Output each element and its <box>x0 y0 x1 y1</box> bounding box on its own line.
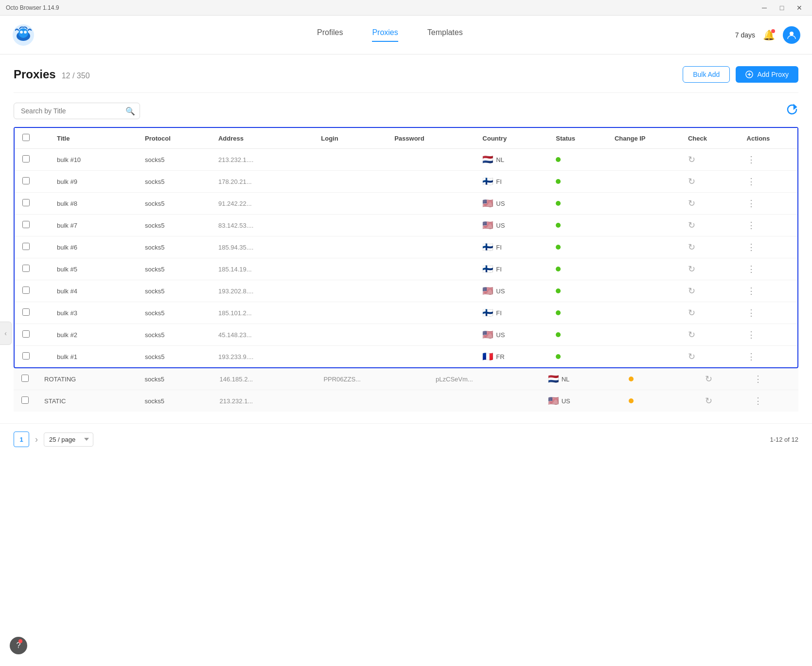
row-actions[interactable]: ⋮ <box>739 149 797 171</box>
more-icon[interactable]: ⋮ <box>747 155 756 164</box>
check-icon[interactable]: ↻ <box>688 330 695 340</box>
row-actions[interactable]: ⋮ <box>739 346 797 368</box>
row-check[interactable]: ↻ <box>680 149 739 171</box>
more-icon[interactable]: ⋮ <box>747 198 756 208</box>
row-check[interactable]: ↻ <box>680 258 739 280</box>
row-checkbox-cell <box>15 193 49 215</box>
check-icon[interactable]: ↻ <box>688 352 695 361</box>
row-country: 🇳🇱 NL <box>540 368 621 390</box>
row-checkbox[interactable] <box>22 221 30 228</box>
table-row: bulk #3 socks5 185.101.2... 🇫🇮 FI ↻ ⋮ <box>15 302 797 324</box>
search-row: 🔍 <box>14 103 798 119</box>
check-icon[interactable]: ↻ <box>688 155 695 164</box>
row-actions[interactable]: ⋮ <box>739 171 797 193</box>
row-checkbox[interactable] <box>22 155 30 162</box>
row-checkbox[interactable] <box>22 308 30 316</box>
check-icon[interactable]: ↻ <box>705 374 712 384</box>
page-next-button[interactable]: › <box>33 432 40 447</box>
check-icon[interactable]: ↻ <box>688 198 695 208</box>
row-checkbox[interactable] <box>22 177 30 184</box>
row-check[interactable]: ↻ <box>680 193 739 215</box>
row-status <box>621 368 664 390</box>
row-address: 213.232.1... <box>212 390 316 412</box>
more-icon[interactable]: ⋮ <box>754 396 763 406</box>
check-icon[interactable]: ↻ <box>688 308 695 318</box>
check-icon[interactable]: ↻ <box>688 220 695 230</box>
more-icon[interactable]: ⋮ <box>747 177 756 186</box>
status-dot <box>556 310 561 315</box>
row-checkbox[interactable] <box>22 265 30 272</box>
sidebar-toggle[interactable]: ‹ <box>0 322 12 345</box>
row-checkbox[interactable] <box>22 243 30 250</box>
row-actions[interactable]: ⋮ <box>739 324 797 346</box>
close-button[interactable]: ✕ <box>793 3 806 13</box>
col-header-actions: Actions <box>739 128 797 149</box>
more-icon[interactable]: ⋮ <box>747 220 756 230</box>
row-actions[interactable]: ⋮ <box>746 368 798 390</box>
check-icon[interactable]: ↻ <box>688 286 695 296</box>
notification-button[interactable]: 🔔 <box>763 29 775 41</box>
avatar[interactable] <box>783 26 800 44</box>
row-checkbox[interactable] <box>22 199 30 206</box>
maximize-button[interactable]: □ <box>775 3 789 13</box>
more-icon[interactable]: ⋮ <box>747 264 756 274</box>
per-page-select[interactable]: 25 / page 50 / page 100 / page <box>44 432 93 447</box>
country-flag: 🇫🇮 <box>482 176 493 187</box>
check-icon[interactable]: ↻ <box>688 177 695 186</box>
nav-templates[interactable]: Templates <box>427 28 463 42</box>
row-check[interactable]: ↻ <box>680 302 739 324</box>
row-check[interactable]: ↻ <box>680 171 739 193</box>
row-status <box>548 215 607 236</box>
row-check[interactable]: ↻ <box>697 390 746 412</box>
bulk-add-button[interactable]: Bulk Add <box>683 66 730 83</box>
row-address: 193.202.8.... <box>211 280 313 302</box>
check-icon[interactable]: ↻ <box>705 396 712 406</box>
row-check[interactable]: ↻ <box>680 236 739 258</box>
row-actions[interactable]: ⋮ <box>746 390 798 412</box>
page-1-button[interactable]: 1 <box>14 432 29 447</box>
status-dot <box>556 354 561 359</box>
row-check[interactable]: ↻ <box>680 215 739 236</box>
more-icon[interactable]: ⋮ <box>754 374 763 384</box>
row-checkbox[interactable] <box>21 375 29 382</box>
row-title: bulk #4 <box>49 280 137 302</box>
country-flag: 🇳🇱 <box>482 154 493 165</box>
check-icon[interactable]: ↻ <box>688 242 695 252</box>
row-login <box>313 215 387 236</box>
row-actions[interactable]: ⋮ <box>739 302 797 324</box>
table-row: bulk #4 socks5 193.202.8.... 🇺🇸 US ↻ ⋮ <box>15 280 797 302</box>
row-check[interactable]: ↻ <box>680 280 739 302</box>
logo[interactable] <box>12 23 35 47</box>
row-protocol: socks5 <box>137 258 211 280</box>
search-input[interactable] <box>14 103 140 119</box>
header-actions: Bulk Add Add Proxy <box>683 66 798 83</box>
more-icon[interactable]: ⋮ <box>747 308 756 318</box>
refresh-button[interactable] <box>786 103 798 119</box>
row-checkbox[interactable] <box>22 352 30 360</box>
more-icon[interactable]: ⋮ <box>747 242 756 252</box>
row-check[interactable]: ↻ <box>697 368 746 390</box>
row-checkbox[interactable] <box>21 396 29 404</box>
more-icon[interactable]: ⋮ <box>747 330 756 340</box>
row-actions[interactable]: ⋮ <box>739 280 797 302</box>
row-check[interactable]: ↻ <box>680 346 739 368</box>
row-checkbox-cell <box>15 215 49 236</box>
row-actions[interactable]: ⋮ <box>739 236 797 258</box>
row-login <box>313 346 387 368</box>
more-icon[interactable]: ⋮ <box>747 286 756 296</box>
row-actions[interactable]: ⋮ <box>739 193 797 215</box>
nav-proxies[interactable]: Proxies <box>372 28 398 42</box>
minimize-button[interactable]: ─ <box>758 3 771 13</box>
row-password <box>387 258 475 280</box>
table-row: ROTATING socks5 146.185.2... PPR06ZZS...… <box>14 368 798 390</box>
row-check[interactable]: ↻ <box>680 324 739 346</box>
row-checkbox[interactable] <box>22 330 30 338</box>
row-actions[interactable]: ⋮ <box>739 258 797 280</box>
row-checkbox[interactable] <box>22 287 30 294</box>
select-all-checkbox[interactable] <box>22 134 30 141</box>
more-icon[interactable]: ⋮ <box>747 352 756 361</box>
check-icon[interactable]: ↻ <box>688 264 695 274</box>
row-actions[interactable]: ⋮ <box>739 215 797 236</box>
nav-profiles[interactable]: Profiles <box>317 28 343 42</box>
add-proxy-button[interactable]: Add Proxy <box>736 66 798 83</box>
